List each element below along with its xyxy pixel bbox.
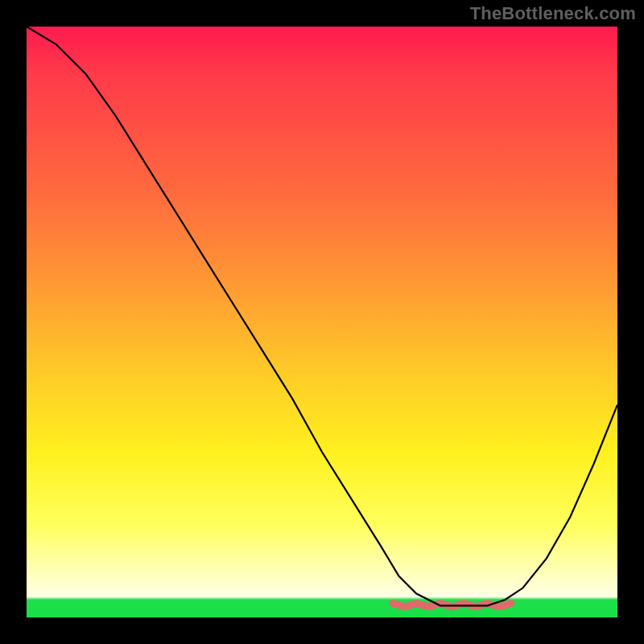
plot-area xyxy=(27,27,617,617)
chart-frame: TheBottleneck.com xyxy=(0,0,644,644)
curve-svg xyxy=(27,27,617,617)
watermark-text: TheBottleneck.com xyxy=(470,3,636,24)
bottleneck-curve xyxy=(27,27,617,605)
